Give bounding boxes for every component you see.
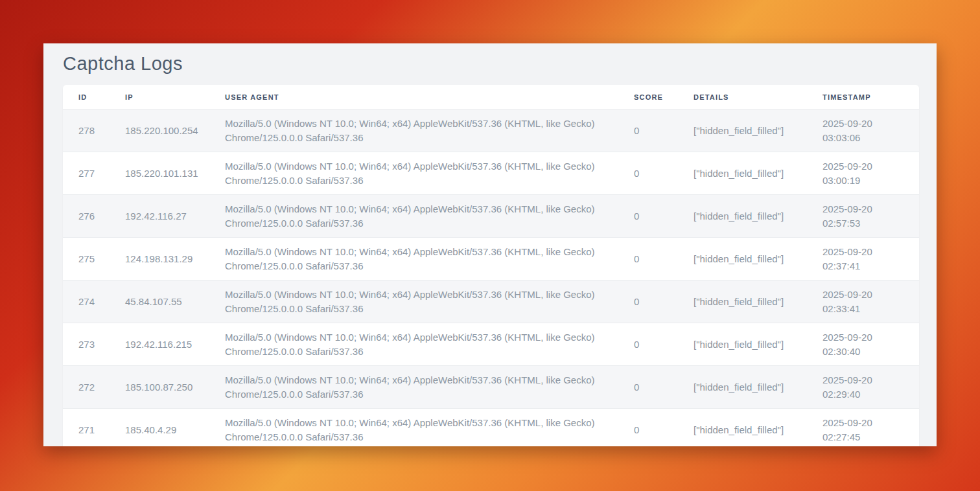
cell-score: 0: [618, 409, 678, 447]
cell-ip: 124.198.131.29: [110, 238, 209, 280]
cell-ip: 185.220.100.254: [110, 109, 209, 152]
cell-details: ["hidden_field_filled"]: [678, 109, 807, 152]
cell-id: 273: [63, 323, 110, 366]
column-header-details: DETAILS: [678, 85, 807, 109]
cell-id: 274: [63, 280, 110, 323]
cell-score: 0: [618, 195, 678, 238]
cell-ip: 185.100.87.250: [110, 366, 209, 409]
cell-user-agent: Mozilla/5.0 (Windows NT 10.0; Win64; x64…: [209, 409, 618, 447]
column-header-user-agent: USER AGENT: [209, 85, 618, 109]
cell-timestamp: 2025-09-20 02:37:41: [807, 238, 919, 280]
cell-score: 0: [618, 366, 678, 409]
cell-score: 0: [618, 323, 678, 366]
column-header-timestamp: TIMESTAMP: [807, 85, 919, 109]
cell-details: ["hidden_field_filled"]: [678, 366, 807, 409]
captcha-logs-card: Captcha Logs ID IP USER AGENT SCORE DETA…: [43, 43, 937, 446]
cell-ip: 185.40.4.29: [110, 409, 209, 447]
table-row: 278 185.220.100.254 Mozilla/5.0 (Windows…: [63, 109, 919, 152]
cell-user-agent: Mozilla/5.0 (Windows NT 10.0; Win64; x64…: [209, 323, 618, 366]
table-row: 275 124.198.131.29 Mozilla/5.0 (Windows …: [63, 238, 919, 280]
table-body: 278 185.220.100.254 Mozilla/5.0 (Windows…: [63, 109, 919, 447]
cell-timestamp: 2025-09-20 03:00:19: [807, 152, 919, 195]
cell-id: 272: [63, 366, 110, 409]
logs-table-container: ID IP USER AGENT SCORE DETAILS TIMESTAMP…: [63, 85, 919, 446]
column-header-score: SCORE: [618, 85, 678, 109]
column-header-id: ID: [63, 85, 110, 109]
table-row: 274 45.84.107.55 Mozilla/5.0 (Windows NT…: [63, 280, 919, 323]
cell-score: 0: [618, 238, 678, 280]
table-header: ID IP USER AGENT SCORE DETAILS TIMESTAMP: [63, 85, 919, 109]
cell-timestamp: 2025-09-20 02:27:45: [807, 409, 919, 447]
cell-timestamp: 2025-09-20 03:03:06: [807, 109, 919, 152]
cell-user-agent: Mozilla/5.0 (Windows NT 10.0; Win64; x64…: [209, 280, 618, 323]
cell-user-agent: Mozilla/5.0 (Windows NT 10.0; Win64; x64…: [209, 152, 618, 195]
cell-score: 0: [618, 152, 678, 195]
cell-id: 275: [63, 238, 110, 280]
cell-id: 271: [63, 409, 110, 447]
cell-user-agent: Mozilla/5.0 (Windows NT 10.0; Win64; x64…: [209, 366, 618, 409]
table-row: 273 192.42.116.215 Mozilla/5.0 (Windows …: [63, 323, 919, 366]
table-row: 276 192.42.116.27 Mozilla/5.0 (Windows N…: [63, 195, 919, 238]
captcha-logs-table: ID IP USER AGENT SCORE DETAILS TIMESTAMP…: [63, 85, 919, 446]
cell-details: ["hidden_field_filled"]: [678, 195, 807, 238]
table-row: 272 185.100.87.250 Mozilla/5.0 (Windows …: [63, 366, 919, 409]
cell-ip: 45.84.107.55: [110, 280, 209, 323]
cell-details: ["hidden_field_filled"]: [678, 152, 807, 195]
cell-timestamp: 2025-09-20 02:29:40: [807, 366, 919, 409]
cell-details: ["hidden_field_filled"]: [678, 409, 807, 447]
cell-user-agent: Mozilla/5.0 (Windows NT 10.0; Win64; x64…: [209, 195, 618, 238]
cell-id: 277: [63, 152, 110, 195]
cell-details: ["hidden_field_filled"]: [678, 323, 807, 366]
cell-ip: 192.42.116.27: [110, 195, 209, 238]
cell-timestamp: 2025-09-20 02:33:41: [807, 280, 919, 323]
cell-id: 276: [63, 195, 110, 238]
cell-score: 0: [618, 280, 678, 323]
cell-details: ["hidden_field_filled"]: [678, 238, 807, 280]
cell-id: 278: [63, 109, 110, 152]
cell-ip: 192.42.116.215: [110, 323, 209, 366]
cell-score: 0: [618, 109, 678, 152]
page-title: Captcha Logs: [63, 52, 917, 74]
cell-details: ["hidden_field_filled"]: [678, 280, 807, 323]
table-row: 271 185.40.4.29 Mozilla/5.0 (Windows NT …: [63, 409, 919, 447]
column-header-ip: IP: [110, 85, 209, 109]
cell-timestamp: 2025-09-20 02:30:40: [807, 323, 919, 366]
cell-timestamp: 2025-09-20 02:57:53: [807, 195, 919, 238]
cell-user-agent: Mozilla/5.0 (Windows NT 10.0; Win64; x64…: [209, 109, 618, 152]
cell-ip: 185.220.101.131: [110, 152, 209, 195]
table-row: 277 185.220.101.131 Mozilla/5.0 (Windows…: [63, 152, 919, 195]
cell-user-agent: Mozilla/5.0 (Windows NT 10.0; Win64; x64…: [209, 238, 618, 280]
table-header-row: ID IP USER AGENT SCORE DETAILS TIMESTAMP: [63, 85, 919, 109]
